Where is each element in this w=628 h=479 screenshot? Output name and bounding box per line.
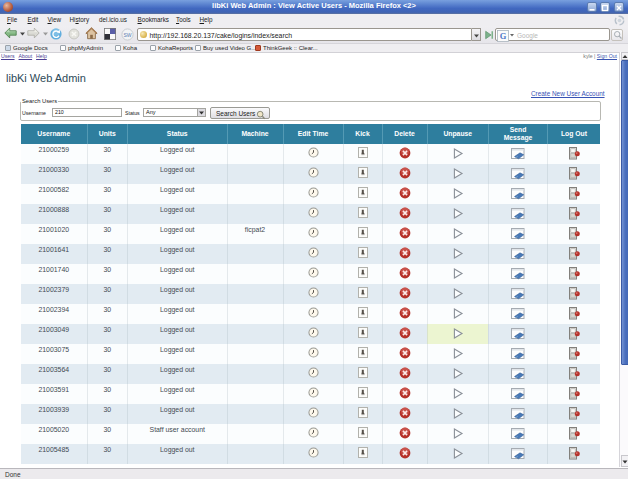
svg-text:SW: SW	[123, 31, 131, 37]
svg-text:G: G	[500, 31, 507, 41]
